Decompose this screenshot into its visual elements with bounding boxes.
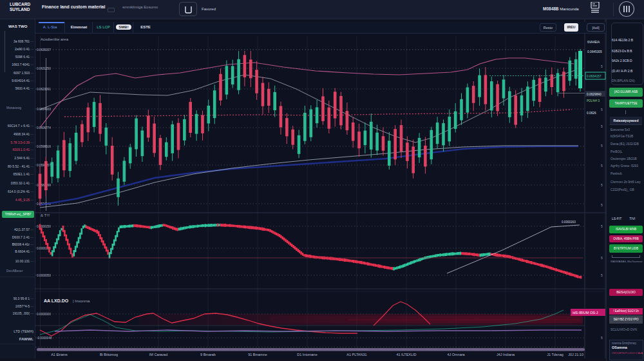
svg-text:D1 Intomane: D1 Intomane: [297, 353, 317, 356]
svg-text:0.0645305: 0.0645305: [587, 50, 602, 54]
svg-text:0.0629840: 0.0629840: [587, 93, 601, 96]
svg-text:A1 Etrams: A1 Etrams: [51, 353, 68, 356]
svg-text:0.0606774: 0.0606774: [37, 126, 51, 130]
svg-text:0.0639157: 0.0639157: [37, 48, 51, 52]
svg-text:IdS-IBIUM OS-J: IdS-IBIUM OS-J: [573, 311, 598, 315]
svg-text:5: 5: [601, 256, 603, 260]
svg-text:IM Caravad: IM Caravad: [149, 353, 167, 356]
svg-text:0.0000000: 0.0000000: [37, 313, 51, 316]
svg-text:6VA4EIA: 6VA4EIA: [587, 41, 600, 44]
svg-text:POL%H 3: POL%H 3: [587, 99, 600, 102]
svg-text:-0.0000048: -0.0000048: [37, 337, 52, 340]
svg-text:9 Bmarab: 9 Bmarab: [200, 353, 216, 356]
svg-text:5: 5: [601, 336, 603, 340]
svg-text:0.0000163: 0.0000163: [562, 220, 576, 224]
svg-text:41 ILTEXLID: 41 ILTEXLID: [396, 353, 416, 356]
svg-text:5: 5: [601, 108, 603, 112]
svg-text:Bi Bittomog: Bi Bittomog: [100, 353, 118, 356]
svg-text:5: 5: [601, 203, 603, 207]
svg-text:5: 5: [601, 124, 603, 128]
svg-text:4J Omnara: 4J Omnara: [447, 353, 465, 356]
svg-text:5: 5: [601, 224, 603, 228]
svg-text:J0J 21:10: J0J 21:10: [568, 353, 583, 356]
svg-text:J4J Indiana: J4J Indiana: [497, 353, 515, 356]
svg-text:0.0634157: 0.0634157: [587, 75, 601, 78]
svg-text:5: 5: [601, 144, 603, 148]
svg-text:5: 5: [601, 273, 603, 277]
svg-text:0.0626: 0.0626: [587, 112, 596, 115]
svg-text:& T!!!: & T!!!: [41, 213, 50, 217]
svg-text:Acsdtenlite area: Acsdtenlite area: [41, 37, 69, 41]
svg-text:0.0598616: 0.0598616: [37, 145, 51, 148]
svg-text:91 Bmamne: 91 Bmamne: [248, 353, 267, 356]
svg-text:AA LXD.DO: AA LXD.DO: [44, 298, 69, 303]
svg-text:0.0000050: 0.0000050: [37, 274, 51, 277]
svg-text:0.0631250: 0.0631250: [37, 67, 51, 70]
svg-text:5: 5: [601, 164, 603, 168]
svg-text:0.0590457: 0.0590457: [37, 164, 51, 167]
svg-text:0.0623091: 0.0623091: [37, 88, 51, 91]
svg-text:0.0000150: 0.0000150: [37, 225, 51, 228]
svg-text:5: 5: [601, 64, 603, 68]
svg-text:| Invonma: | Invonma: [73, 299, 90, 303]
svg-text:J1 Tdsnag: J1 Tdsnag: [547, 353, 564, 356]
svg-text:5: 5: [601, 183, 603, 187]
svg-text:A1 PLTAN31: A1 PLTAN31: [346, 353, 366, 356]
